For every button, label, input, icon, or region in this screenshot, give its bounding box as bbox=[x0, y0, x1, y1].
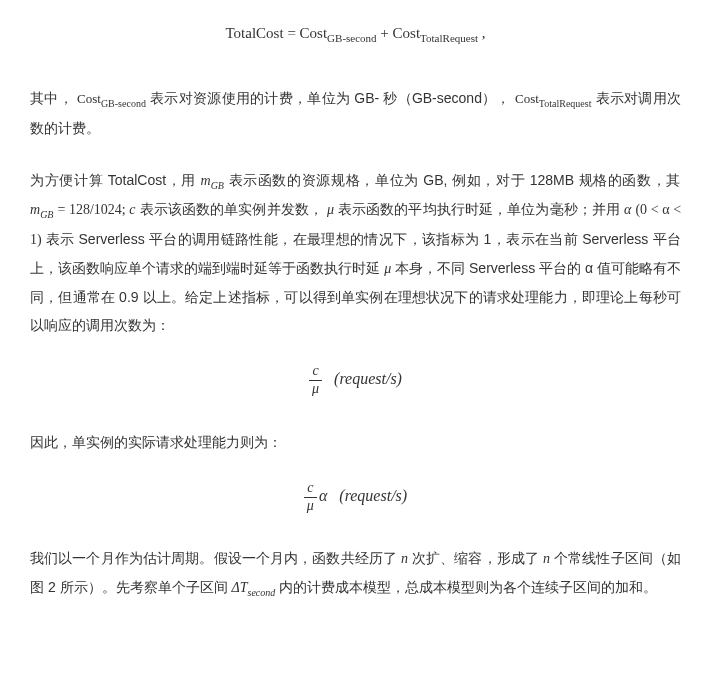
alpha-multiplier: α bbox=[319, 487, 327, 504]
frac-num: c bbox=[309, 363, 322, 381]
term2-base: Cost bbox=[393, 25, 421, 41]
frac-c-mu-2: c μ bbox=[304, 480, 317, 515]
p2-text-d: 表示函数的平均执行时延，单位为毫秒；并用 bbox=[338, 201, 624, 217]
p4-text-b: 次扩、缩容，形成了 bbox=[412, 550, 543, 566]
frac2-den: μ bbox=[304, 498, 317, 515]
m-gb2-base: m bbox=[30, 202, 40, 217]
unit-request-s: (request/s) bbox=[334, 370, 402, 387]
cost-gb-base: Cost bbox=[77, 91, 101, 106]
var-mu: μ bbox=[327, 202, 334, 217]
term1-base: Cost bbox=[300, 25, 328, 41]
equation-actual-throughput: c μ α (request/s) bbox=[30, 480, 681, 515]
p3-text-a: 因此，单实例的实际请求处理能力则为： bbox=[30, 434, 282, 450]
var-n2: n bbox=[543, 551, 550, 566]
equation-totalcost: TotalCost = CostGB-second + CostTotalReq… bbox=[30, 25, 681, 44]
delta-t-base: ΔT bbox=[231, 580, 247, 595]
var-alpha: α bbox=[624, 202, 631, 217]
paragraph-3: 因此，单实例的实际请求处理能力则为： bbox=[30, 428, 681, 456]
delta-t-sub: second bbox=[247, 587, 275, 598]
m-gb-base: m bbox=[201, 173, 211, 188]
cost-tr-sub: TotalRequest bbox=[539, 98, 592, 109]
p1-text-a: 其中， bbox=[30, 90, 73, 106]
equation-ideal-throughput: c μ (request/s) bbox=[30, 363, 681, 398]
frac-den: μ bbox=[309, 381, 322, 398]
paragraph-2: 为方便计算 TotalCost，用 mGB 表示函数的资源规格，单位为 GB, … bbox=[30, 166, 681, 340]
p2-text-c: 表示该函数的单实例并发数， bbox=[140, 201, 323, 217]
term-cost-tr: CostTotalRequest bbox=[515, 91, 591, 106]
frac2-num: c bbox=[304, 480, 317, 498]
var-c: c bbox=[129, 202, 135, 217]
term2-sub: TotalRequest bbox=[420, 32, 478, 44]
eq-plus: + bbox=[380, 25, 388, 41]
p2-text-b: 表示函数的资源规格，单位为 GB, 例如，对于 128MB 规格的函数，其 bbox=[229, 172, 682, 188]
p1-text-b: 表示对资源使用的计费，单位为 GB- 秒（GB-second）， bbox=[150, 90, 511, 106]
m-gb-sub: GB bbox=[211, 179, 224, 190]
frac-c-mu: c μ bbox=[309, 363, 322, 398]
var-n1: n bbox=[401, 551, 408, 566]
unit-request-s-2: (request/s) bbox=[339, 487, 407, 504]
cost-gb-sub: GB-second bbox=[101, 98, 146, 109]
p2-text-a: 为方便计算 TotalCost，用 bbox=[30, 172, 201, 188]
m-gb2-sub: GB bbox=[40, 209, 53, 220]
var-delta-t: ΔTsecond bbox=[231, 580, 275, 595]
eq-tail: , bbox=[482, 25, 486, 41]
var-m-gb2: mGB bbox=[30, 202, 53, 217]
term-cost-gb: CostGB-second bbox=[77, 91, 146, 106]
paragraph-1: 其中， CostGB-second 表示对资源使用的计费，单位为 GB- 秒（G… bbox=[30, 84, 681, 142]
eq-term2: CostTotalRequest bbox=[393, 25, 482, 41]
eq-sign: = bbox=[287, 25, 295, 41]
term1-sub: GB-second bbox=[327, 32, 377, 44]
var-m-gb: mGB bbox=[201, 173, 224, 188]
p4-text-d: 内的计费成本模型，总成本模型则为各个连续子区间的加和。 bbox=[279, 579, 657, 595]
eq-term1: CostGB-second bbox=[300, 25, 381, 41]
eq-lhs: TotalCost bbox=[226, 25, 284, 41]
p2-eqv: = 128/1024; bbox=[57, 202, 129, 217]
p4-text-a: 我们以一个月作为估计周期。假设一个月内，函数共经历了 bbox=[30, 550, 401, 566]
var-mu2: μ bbox=[384, 261, 391, 276]
paragraph-4: 我们以一个月作为估计周期。假设一个月内，函数共经历了 n 次扩、缩容，形成了 n… bbox=[30, 544, 681, 603]
cost-tr-base: Cost bbox=[515, 91, 539, 106]
